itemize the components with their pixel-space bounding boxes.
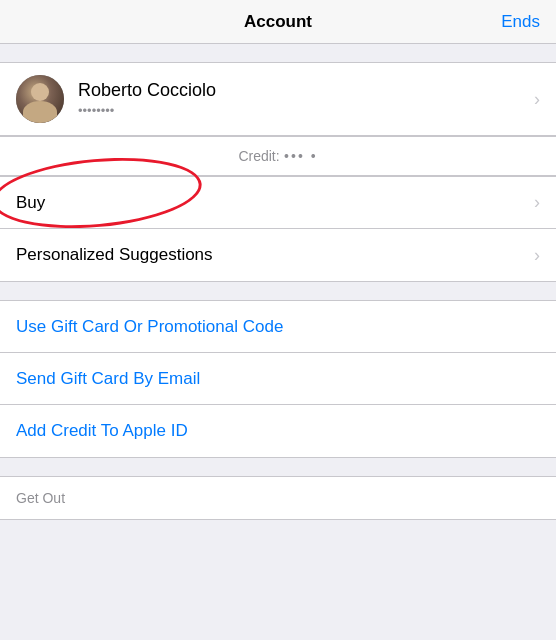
avatar xyxy=(16,75,64,123)
buy-section: Buy › Personalized Suggestions › xyxy=(0,176,556,282)
header-right-button[interactable]: Ends xyxy=(501,12,540,32)
add-credit-label: Add Credit To Apple ID xyxy=(16,421,188,441)
send-gift-card-row[interactable]: Send Gift Card By Email xyxy=(0,353,556,405)
get-out-row[interactable]: Get Out xyxy=(0,476,556,520)
section-gap-2 xyxy=(0,458,556,476)
personalized-label: Personalized Suggestions xyxy=(16,245,213,265)
personalized-suggestions-row[interactable]: Personalized Suggestions › xyxy=(0,229,556,281)
personalized-chevron-icon: › xyxy=(534,245,540,266)
user-name: Roberto Cocciolo xyxy=(78,80,216,101)
send-gift-card-label: Send Gift Card By Email xyxy=(16,369,200,389)
user-sub: •••••••• xyxy=(78,103,216,118)
actions-section: Use Gift Card Or Promotional Code Send G… xyxy=(0,300,556,458)
add-credit-row[interactable]: Add Credit To Apple ID xyxy=(0,405,556,457)
use-gift-card-label: Use Gift Card Or Promotional Code xyxy=(16,317,283,337)
buy-label: Buy xyxy=(16,193,45,213)
credit-value: ••• • xyxy=(284,148,318,164)
credit-label: Credit: xyxy=(238,148,279,164)
header: Account Ends xyxy=(0,0,556,44)
buy-chevron-icon: › xyxy=(534,192,540,213)
user-profile-row[interactable]: Roberto Cocciolo •••••••• › xyxy=(0,63,556,135)
get-out-label: Get Out xyxy=(16,490,65,506)
chevron-icon: › xyxy=(534,89,540,110)
credit-row: Credit: ••• • xyxy=(0,136,556,176)
header-title: Account xyxy=(244,12,312,32)
use-gift-card-row[interactable]: Use Gift Card Or Promotional Code xyxy=(0,301,556,353)
user-info: Roberto Cocciolo •••••••• xyxy=(78,80,526,118)
buy-row[interactable]: Buy › xyxy=(0,177,556,229)
section-gap-1 xyxy=(0,282,556,300)
